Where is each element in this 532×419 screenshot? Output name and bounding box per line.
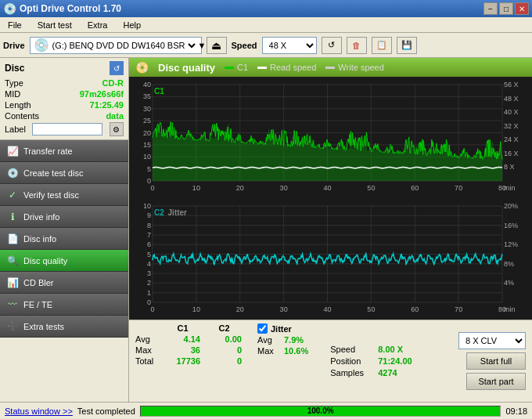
avg-c2: 0.00 xyxy=(207,334,242,344)
drive-label: Drive xyxy=(3,41,25,50)
lower-chart xyxy=(129,200,532,318)
avg-c1: 4.14 xyxy=(165,334,200,344)
nav-drive-info[interactable]: ℹ Drive info xyxy=(0,206,128,228)
total-label: Total xyxy=(135,356,159,366)
jitter-avg-label: Avg xyxy=(257,335,279,345)
nav-extra-tests[interactable]: ➕ Extra tests xyxy=(0,316,128,338)
max-c1: 36 xyxy=(165,345,200,355)
legend-write-dot xyxy=(325,67,335,69)
jitter-max-label: Max xyxy=(257,346,279,356)
close-button[interactable]: ✕ xyxy=(515,2,529,15)
drive-icon: 💿 xyxy=(34,38,49,52)
contents-label: Contents xyxy=(5,111,39,121)
label-input[interactable] xyxy=(32,123,102,135)
nav-drive-info-label: Drive info xyxy=(23,212,59,222)
erase-button[interactable]: 🗑 xyxy=(347,37,367,54)
menu-file[interactable]: File xyxy=(3,19,27,31)
legend-write-label: Write speed xyxy=(338,63,384,72)
status-window-button[interactable]: Status window >> xyxy=(5,406,73,416)
disc-section: Disc ↺ Type CD-R MID 97m26s66f Length 71… xyxy=(0,58,128,140)
speed-dropdown[interactable]: 48 X 32 X 16 X xyxy=(262,37,317,54)
jitter-max: 10.6% xyxy=(284,346,308,356)
minimize-button[interactable]: − xyxy=(483,2,498,15)
nav-fe-te-label: FE / TE xyxy=(23,300,52,309)
nav-fe-te[interactable]: 〰 FE / TE xyxy=(0,294,128,316)
jitter-label: Jitter xyxy=(271,324,292,334)
lower-chart-container xyxy=(129,200,532,318)
speed-label: Speed xyxy=(232,41,257,50)
nav-disc-info[interactable]: 📄 Disc info xyxy=(0,228,128,250)
maximize-button[interactable]: □ xyxy=(499,2,513,15)
jitter-stats: Jitter Avg 7.9% Max 10.6% xyxy=(257,323,308,399)
nav-create-test-disc-label: Create test disc xyxy=(23,168,83,178)
save-button[interactable]: 💾 xyxy=(397,37,417,54)
nav-cd-bler-label: CD Bler xyxy=(23,278,54,287)
drive-select-container: 💿 (G:) BENQ DVD DD DW1640 BSRB ▼ xyxy=(30,37,202,54)
upper-chart xyxy=(129,78,532,197)
length-label: Length xyxy=(5,100,31,110)
speed-info: Speed 8.00 X Position 71:24.00 Samples 4… xyxy=(330,323,412,399)
speed-val: 8.00 X xyxy=(378,345,403,354)
menu-bar: File Start test Extra Help xyxy=(0,17,532,33)
right-area: 📀 Disc quality C1 Read speed Write speed xyxy=(129,58,532,402)
legend-read-speed: Read speed xyxy=(257,63,316,72)
dropdown-arrow: ▼ xyxy=(198,41,207,50)
verify-test-disc-icon: ✓ xyxy=(6,189,19,201)
label-key: Label xyxy=(5,125,26,134)
eject-button[interactable]: ⏏ xyxy=(207,37,227,54)
toolbar: Drive 💿 (G:) BENQ DVD DD DW1640 BSRB ▼ ⏏… xyxy=(0,33,532,58)
jitter-checkbox[interactable] xyxy=(257,323,268,334)
nav-disc-quality[interactable]: 🔍 Disc quality xyxy=(0,250,128,272)
charts-container xyxy=(129,77,532,320)
info-button[interactable]: 📋 xyxy=(372,37,392,54)
menu-help[interactable]: Help xyxy=(118,19,146,31)
refresh-button[interactable]: ↺ xyxy=(322,37,342,54)
menu-extra[interactable]: Extra xyxy=(83,19,113,31)
total-c1: 17736 xyxy=(165,356,200,366)
max-c2: 0 xyxy=(207,345,242,355)
start-full-button[interactable]: Start full xyxy=(466,352,526,370)
type-label: Type xyxy=(5,78,23,88)
upper-chart-container xyxy=(129,78,532,197)
start-part-button[interactable]: Start part xyxy=(466,373,526,390)
legend-c1: C1 xyxy=(225,63,248,72)
progress-bar-container: 100.0% xyxy=(140,406,501,417)
create-test-disc-icon: 💿 xyxy=(6,167,19,179)
disc-quality-icon: 🔍 xyxy=(6,255,19,267)
samples-val: 4274 xyxy=(378,368,397,377)
legend-write-speed: Write speed xyxy=(325,63,384,72)
chart-header: 📀 Disc quality C1 Read speed Write speed xyxy=(129,58,532,77)
mid-value: 97m26s66f xyxy=(80,89,124,99)
legend-c1-label: C1 xyxy=(237,63,248,72)
app-title: Opti Drive Control 1.70 xyxy=(20,3,121,14)
menu-start-test[interactable]: Start test xyxy=(33,19,77,31)
samples-key: Samples xyxy=(330,368,373,377)
status-bar: Status window >> Test completed 100.0% 0… xyxy=(0,402,532,419)
position-val: 71:24.00 xyxy=(378,356,412,366)
app-icon: 💿 xyxy=(3,2,16,15)
nav-create-test-disc[interactable]: 💿 Create test disc xyxy=(0,162,128,184)
contents-value: data xyxy=(106,111,124,121)
nav-cd-bler[interactable]: 📊 CD Bler xyxy=(0,272,128,294)
nav-transfer-rate[interactable]: 📈 Transfer rate xyxy=(0,140,128,162)
disc-refresh-button[interactable]: ↺ xyxy=(110,61,124,75)
disc-info-icon: 📄 xyxy=(6,233,19,245)
speed-mode-dropdown[interactable]: 8 X CLV 4 X CLV 16 X CLV xyxy=(458,332,526,349)
stats-area: C1 C2 Avg 4.14 0.00 Max 36 0 Total 17736… xyxy=(129,320,532,402)
label-gear-button[interactable]: ⚙ xyxy=(110,122,124,136)
c2-header: C2 xyxy=(207,323,242,333)
legend-c1-dot xyxy=(225,67,234,69)
nav-items: 📈 Transfer rate 💿 Create test disc ✓ Ver… xyxy=(0,140,128,402)
fe-te-icon: 〰 xyxy=(6,298,19,311)
length-value: 71:25.49 xyxy=(90,100,124,110)
right-buttons: 8 X CLV 4 X CLV 16 X CLV Start full Star… xyxy=(422,323,526,399)
nav-verify-test-disc[interactable]: ✓ Verify test disc xyxy=(0,184,128,206)
nav-disc-info-label: Disc info xyxy=(23,234,56,244)
c1-c2-stats: C1 C2 Avg 4.14 0.00 Max 36 0 Total 17736… xyxy=(135,323,242,399)
jitter-avg: 7.9% xyxy=(284,335,304,345)
disc-title: Disc xyxy=(5,63,24,74)
c1-header: C1 xyxy=(165,323,200,333)
drive-dropdown[interactable]: (G:) BENQ DVD DD DW1640 BSRB xyxy=(49,40,198,51)
nav-verify-test-disc-label: Verify test disc xyxy=(23,190,79,200)
left-panel: Disc ↺ Type CD-R MID 97m26s66f Length 71… xyxy=(0,58,129,402)
